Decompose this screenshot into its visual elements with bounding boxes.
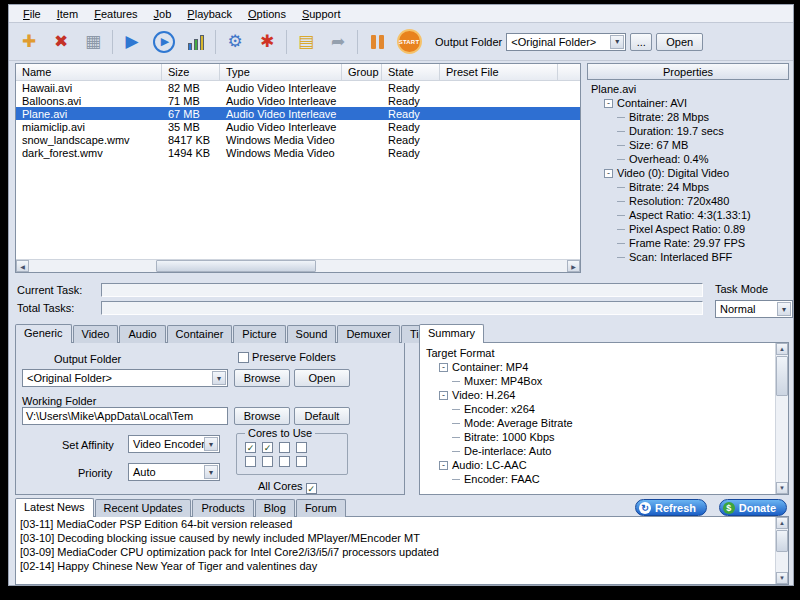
column-header-group[interactable]: Group — [342, 64, 382, 80]
file-row[interactable]: dark_forest.wmv1494 KBWindows Media Vide… — [16, 146, 580, 159]
vscroll-thumb[interactable] — [776, 530, 788, 552]
column-header-state[interactable]: State — [382, 64, 440, 80]
preserve-folders-option[interactable]: Preserve Folders — [238, 351, 336, 363]
news-tab-products[interactable]: Products — [192, 499, 253, 517]
chevron-down-icon[interactable]: ▾ — [204, 465, 218, 479]
file-row[interactable]: miamiclip.avi35 MBAudio Video Interleave… — [16, 120, 580, 133]
chevron-down-icon[interactable]: ▾ — [610, 35, 624, 49]
all-cores-option[interactable]: All Cores ✓ — [258, 480, 317, 494]
browse-working-folder-button[interactable]: Browse — [234, 407, 290, 425]
menu-playback[interactable]: Playback — [179, 6, 240, 22]
stop-button[interactable]: ✱ — [252, 27, 282, 57]
output-folder-select[interactable]: <Original Folder> ▾ — [506, 33, 626, 51]
settings-tab-video[interactable]: Video — [73, 325, 119, 343]
file-row[interactable]: Balloons.avi71 MBAudio Video InterleaveR… — [16, 94, 580, 107]
remove-file-button[interactable]: ✖ — [46, 27, 76, 57]
news-tab-blog[interactable]: Blog — [255, 499, 295, 517]
vscroll-thumb[interactable] — [776, 356, 788, 396]
menu-support[interactable]: Support — [294, 6, 349, 22]
summary-node[interactable]: -Video: H.264 — [422, 388, 775, 402]
properties-header[interactable]: Properties — [587, 63, 789, 80]
play-file-button[interactable]: ▶ — [149, 27, 179, 57]
core-checkbox-8[interactable] — [296, 456, 307, 467]
news-tab-latest-news[interactable]: Latest News — [15, 498, 94, 517]
news-item[interactable]: [02-14] Happy Chinese New Year of Tiger … — [16, 559, 788, 573]
donate-button[interactable]: $ Donate — [719, 499, 787, 516]
upload-button[interactable]: ➦ — [323, 27, 353, 57]
column-header-type[interactable]: Type — [220, 64, 342, 80]
open-output-button[interactable]: Open — [294, 369, 350, 387]
property-node[interactable]: -Video (0): Digital Video — [587, 166, 789, 180]
news-item[interactable]: [03-11] MediaCoder PSP Edition 64-bit ve… — [16, 517, 788, 531]
log-button[interactable]: ▤ — [291, 27, 321, 57]
add-file-button[interactable]: ✚ — [14, 27, 44, 57]
settings-tab-sound[interactable]: Sound — [287, 325, 337, 343]
open-output-folder-button[interactable]: Open — [656, 33, 703, 51]
scroll-up-icon[interactable]: ▲ — [776, 343, 788, 355]
news-tab-forum[interactable]: Forum — [296, 499, 346, 517]
core-checkbox-2[interactable]: ✓ — [262, 442, 273, 453]
core-checkbox-7[interactable] — [279, 456, 290, 467]
column-header-name[interactable]: Name — [16, 64, 162, 80]
browse-output-button[interactable]: Browse — [234, 369, 290, 387]
statistics-button[interactable] — [181, 27, 211, 57]
working-folder-input[interactable]: V:\Users\Mike\AppData\Local\Tem — [22, 407, 228, 425]
column-header-preset-file[interactable]: Preset File — [440, 64, 558, 80]
settings-tab-picture[interactable]: Picture — [233, 325, 285, 343]
default-working-folder-button[interactable]: Default — [294, 407, 350, 425]
file-row[interactable]: Plane.avi67 MBAudio Video InterleaveRead… — [16, 107, 580, 120]
menu-features[interactable]: Features — [86, 6, 145, 22]
chevron-down-icon[interactable]: ▾ — [204, 437, 218, 451]
menu-job[interactable]: Job — [146, 6, 180, 22]
settings-button[interactable]: ⚙ — [220, 27, 250, 57]
core-checkbox-4[interactable] — [296, 442, 307, 453]
task-mode-select[interactable]: Normal ▾ — [715, 300, 793, 318]
settings-tab-generic[interactable]: Generic — [15, 324, 72, 343]
summary-node[interactable]: -Audio: LC-AAC — [422, 458, 775, 472]
settings-tab-container[interactable]: Container — [167, 325, 233, 343]
scroll-right-icon[interactable]: ▶ — [567, 260, 580, 272]
news-item[interactable]: [03-09] MediaCoder CPU optimization pack… — [16, 545, 788, 559]
start-transcoding-button[interactable]: ▶ — [117, 27, 147, 57]
browse-output-folder-button[interactable]: ... — [630, 33, 652, 51]
collapse-icon[interactable]: - — [604, 99, 613, 108]
news-vscrollbar[interactable]: ▲ ▼ — [775, 517, 788, 584]
set-affinity-select[interactable]: Video Encoder ▾ — [128, 435, 220, 453]
property-node[interactable]: -Container: AVI — [587, 96, 789, 110]
core-checkbox-1[interactable]: ✓ — [245, 442, 256, 453]
settings-tab-demuxer[interactable]: Demuxer — [337, 325, 400, 343]
hscroll-thumb[interactable] — [156, 260, 316, 272]
collapse-icon[interactable]: - — [439, 461, 448, 470]
file-row[interactable]: Hawaii.avi82 MBAudio Video InterleaveRea… — [16, 81, 580, 94]
file-list-hscrollbar[interactable]: ◀ ▶ — [16, 259, 580, 272]
chevron-down-icon[interactable]: ▾ — [777, 302, 791, 316]
chevron-down-icon[interactable]: ▾ — [212, 371, 226, 385]
summary-vscrollbar[interactable]: ▲ ▼ — [775, 343, 788, 494]
refresh-button[interactable]: ↻ Refresh — [635, 499, 707, 516]
menu-item[interactable]: Item — [49, 6, 86, 22]
news-tab-recent-updates[interactable]: Recent Updates — [95, 499, 192, 517]
priority-select[interactable]: Auto ▾ — [128, 463, 220, 481]
file-row[interactable]: snow_landscape.wmv8417 KBWindows Media V… — [16, 133, 580, 146]
tab-summary[interactable]: Summary — [419, 324, 484, 343]
scroll-down-icon[interactable]: ▼ — [776, 572, 788, 584]
generic-output-folder-select[interactable]: <Original Folder> ▾ — [22, 369, 228, 387]
start-button-button[interactable]: START — [394, 27, 424, 57]
all-cores-checkbox[interactable]: ✓ — [306, 483, 317, 494]
preserve-folders-checkbox[interactable] — [238, 352, 249, 363]
menu-options[interactable]: Options — [240, 6, 294, 22]
menu-file[interactable]: File — [15, 6, 49, 22]
pause-button[interactable] — [362, 27, 392, 57]
core-checkbox-3[interactable] — [279, 442, 290, 453]
clear-list-button[interactable]: ▦ — [78, 27, 108, 57]
collapse-icon[interactable]: - — [439, 391, 448, 400]
scroll-down-icon[interactable]: ▼ — [776, 482, 788, 494]
settings-tab-audio[interactable]: Audio — [119, 325, 165, 343]
column-header-size[interactable]: Size — [162, 64, 220, 80]
core-checkbox-6[interactable] — [262, 456, 273, 467]
scroll-left-icon[interactable]: ◀ — [16, 260, 29, 272]
core-checkbox-5[interactable] — [245, 456, 256, 467]
news-item[interactable]: [03-10] Decoding blocking issue caused b… — [16, 531, 788, 545]
collapse-icon[interactable]: - — [439, 363, 448, 372]
summary-node[interactable]: -Container: MP4 — [422, 360, 775, 374]
